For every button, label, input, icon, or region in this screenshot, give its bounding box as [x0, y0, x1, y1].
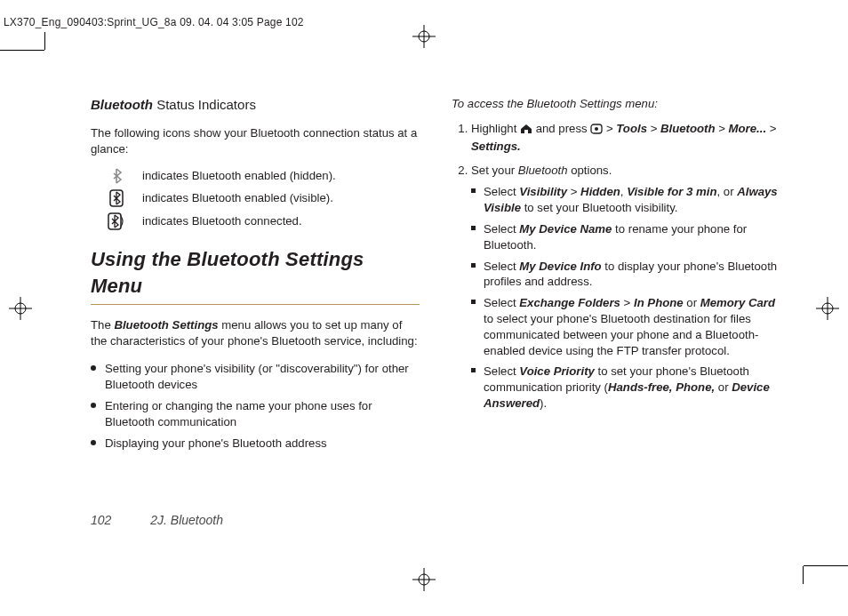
step-2: Set your Bluetooth options. Select Visib… — [471, 163, 779, 411]
status-intro-text: The following icons show your Bluetooth … — [91, 125, 420, 157]
status-row-hidden: indicates Bluetooth enabled (hidden). — [107, 168, 420, 184]
right-column: To access the Bluetooth Settings menu: H… — [452, 96, 779, 545]
registration-mark-top-icon — [412, 25, 436, 48]
status-row-connected-label: indicates Bluetooth connected. — [142, 213, 302, 229]
registration-mark-bottom-icon — [412, 568, 436, 591]
section-title: Using the Bluetooth Settings Menu — [91, 246, 420, 299]
svg-point-15 — [595, 127, 598, 131]
page-root: LX370_Eng_090403:Sprint_UG_8a 09. 04. 04… — [0, 0, 848, 616]
step-1: Highlight and press > Tools > Bluetooth … — [471, 121, 779, 155]
section-rule — [91, 304, 420, 305]
steps-list: Highlight and press > Tools > Bluetooth … — [452, 121, 779, 412]
sub-device-name: Select My Device Name to rename your pho… — [471, 221, 779, 253]
left-column: Bluetooth Status Indicators The followin… — [91, 96, 420, 545]
sub-voice-priority: Select Voice Priority to set your phone'… — [471, 364, 779, 411]
steps-lead: To access the Bluetooth Settings menu: — [452, 96, 779, 112]
bluetooth-connected-icon — [107, 212, 126, 230]
page-number: 102 — [91, 513, 111, 527]
crop-mark-top-left — [0, 32, 53, 85]
registration-mark-left-icon — [9, 297, 32, 320]
settings-intro: The Bluetooth Settings menu allows you t… — [91, 317, 420, 349]
bullet-name: Entering or changing the name your phone… — [91, 398, 420, 430]
status-row-hidden-label: indicates Bluetooth enabled (hidden). — [142, 168, 336, 184]
status-row-visible-label: indicates Bluetooth enabled (visible). — [142, 190, 333, 206]
bluetooth-hidden-icon — [107, 168, 126, 184]
sub-visibility: Select Visibility > Hidden, Visible for … — [471, 184, 779, 216]
bullet-address: Displaying your phone's Bluetooth addres… — [91, 436, 420, 452]
sub-exchange-folders: Select Exchange Folders > In Phone or Me… — [471, 295, 779, 358]
bluetooth-visible-icon — [107, 189, 126, 207]
content-area: Bluetooth Status Indicators The followin… — [91, 96, 779, 545]
settings-bullets: Setting your phone's visibility (or "dis… — [91, 361, 420, 451]
status-row-visible: indicates Bluetooth enabled (visible). — [107, 189, 420, 207]
bullet-visibility: Setting your phone's visibility (or "dis… — [91, 361, 420, 393]
step-2-sublist: Select Visibility > Hidden, Visible for … — [471, 184, 779, 412]
status-row-connected: indicates Bluetooth connected. — [107, 212, 420, 230]
registration-mark-right-icon — [816, 297, 839, 320]
crop-mark-bottom-right — [795, 531, 848, 584]
status-indicators-heading: Bluetooth Status Indicators — [91, 96, 420, 114]
home-icon — [520, 123, 532, 139]
sub-device-info: Select My Device Info to display your ph… — [471, 259, 779, 291]
ok-key-icon — [590, 123, 603, 139]
page-footer: 102 2J. Bluetooth — [91, 513, 223, 527]
section-label: 2J. Bluetooth — [150, 513, 223, 527]
